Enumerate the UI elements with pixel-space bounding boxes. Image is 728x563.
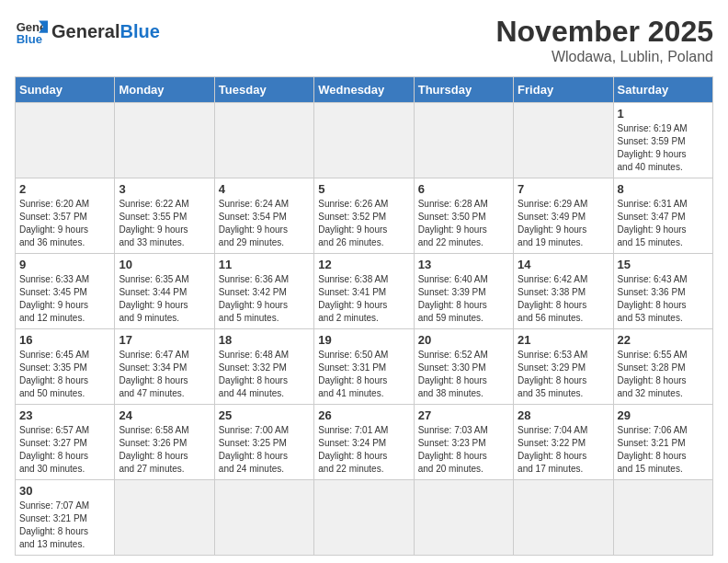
calendar-cell: 12Sunrise: 6:38 AMSunset: 3:41 PMDayligh… [314,254,414,329]
day-info: Sunrise: 6:52 AMSunset: 3:30 PMDaylight:… [418,349,509,400]
day-info: Sunrise: 6:38 AMSunset: 3:41 PMDaylight:… [318,273,409,325]
calendar-cell [514,480,613,556]
day-info: Sunrise: 6:57 AMSunset: 3:27 PMDaylight:… [19,424,110,476]
title-block: November 2025 Wlodawa, Lublin, Poland [495,15,713,65]
day-number: 29 [618,408,709,422]
calendar-cell: 22Sunrise: 6:55 AMSunset: 3:28 PMDayligh… [613,329,712,405]
calendar-cell [314,103,414,178]
generalblue-logo-icon: General Blue [15,15,48,48]
day-info: Sunrise: 6:19 AMSunset: 3:59 PMDaylight:… [618,122,709,174]
calendar-cell [115,480,214,556]
weekday-header-monday: Monday [115,77,214,103]
calendar-cell: 13Sunrise: 6:40 AMSunset: 3:39 PMDayligh… [414,254,513,329]
day-info: Sunrise: 7:01 AMSunset: 3:24 PMDaylight:… [318,424,409,476]
day-number: 28 [518,408,609,422]
weekday-header-thursday: Thursday [414,77,513,103]
day-number: 15 [618,258,709,271]
weekday-header-wednesday: Wednesday [314,77,414,103]
calendar-cell: 6Sunrise: 6:28 AMSunset: 3:50 PMDaylight… [414,178,513,254]
day-info: Sunrise: 6:48 AMSunset: 3:32 PMDaylight:… [219,349,310,400]
weekday-header-tuesday: Tuesday [214,77,313,103]
calendar-cell: 29Sunrise: 7:06 AMSunset: 3:21 PMDayligh… [613,405,712,480]
day-number: 4 [219,182,310,196]
day-number: 14 [518,258,609,271]
day-info: Sunrise: 6:42 AMSunset: 3:38 PMDaylight:… [518,273,609,325]
day-number: 13 [418,258,509,271]
calendar-cell: 8Sunrise: 6:31 AMSunset: 3:47 PMDaylight… [613,178,712,254]
calendar-cell: 5Sunrise: 6:26 AMSunset: 3:52 PMDaylight… [314,178,414,254]
calendar-cell: 24Sunrise: 6:58 AMSunset: 3:26 PMDayligh… [115,405,214,480]
day-number: 3 [119,182,210,196]
day-info: Sunrise: 7:06 AMSunset: 3:21 PMDaylight:… [618,424,709,476]
calendar-cell: 21Sunrise: 6:53 AMSunset: 3:29 PMDayligh… [514,329,613,405]
calendar-cell [16,103,115,178]
calendar-cell [613,480,712,556]
calendar-cell: 16Sunrise: 6:45 AMSunset: 3:35 PMDayligh… [16,329,115,405]
day-info: Sunrise: 7:04 AMSunset: 3:22 PMDaylight:… [518,424,609,476]
calendar-cell: 15Sunrise: 6:43 AMSunset: 3:36 PMDayligh… [613,254,712,329]
day-number: 9 [19,258,110,271]
calendar-cell: 25Sunrise: 7:00 AMSunset: 3:25 PMDayligh… [214,405,313,480]
day-info: Sunrise: 6:58 AMSunset: 3:26 PMDaylight:… [119,424,210,476]
calendar-cell [115,103,214,178]
logo-blue-text: Blue [119,21,159,41]
day-info: Sunrise: 6:36 AMSunset: 3:42 PMDaylight:… [219,273,310,325]
day-number: 21 [518,333,609,347]
calendar-table: SundayMondayTuesdayWednesdayThursdayFrid… [15,76,713,556]
weekday-header-saturday: Saturday [613,77,712,103]
day-number: 23 [19,408,110,422]
day-number: 20 [418,333,509,347]
calendar-cell: 1Sunrise: 6:19 AMSunset: 3:59 PMDaylight… [613,103,712,178]
day-number: 8 [618,182,709,196]
calendar-cell [414,480,513,556]
day-info: Sunrise: 6:43 AMSunset: 3:36 PMDaylight:… [618,273,709,325]
day-number: 7 [518,182,609,196]
day-number: 25 [219,408,310,422]
day-info: Sunrise: 7:07 AMSunset: 3:21 PMDaylight:… [19,500,110,551]
calendar-cell: 27Sunrise: 7:03 AMSunset: 3:23 PMDayligh… [414,405,513,480]
day-info: Sunrise: 6:24 AMSunset: 3:54 PMDaylight:… [219,198,310,249]
calendar-cell: 14Sunrise: 6:42 AMSunset: 3:38 PMDayligh… [514,254,613,329]
day-number: 10 [119,258,210,271]
day-info: Sunrise: 6:53 AMSunset: 3:29 PMDaylight:… [518,349,609,400]
logo: General Blue GeneralBlue [15,15,160,48]
day-number: 22 [618,333,709,347]
calendar-cell [414,103,513,178]
calendar-cell: 3Sunrise: 6:22 AMSunset: 3:55 PMDaylight… [115,178,214,254]
day-number: 27 [418,408,509,422]
day-number: 30 [19,484,110,498]
day-number: 24 [119,408,210,422]
calendar-cell: 2Sunrise: 6:20 AMSunset: 3:57 PMDaylight… [16,178,115,254]
calendar-cell: 28Sunrise: 7:04 AMSunset: 3:22 PMDayligh… [514,405,613,480]
calendar-cell: 26Sunrise: 7:01 AMSunset: 3:24 PMDayligh… [314,405,414,480]
calendar-cell [514,103,613,178]
day-info: Sunrise: 6:55 AMSunset: 3:28 PMDaylight:… [618,349,709,400]
calendar-cell: 11Sunrise: 6:36 AMSunset: 3:42 PMDayligh… [214,254,313,329]
calendar-cell: 9Sunrise: 6:33 AMSunset: 3:45 PMDaylight… [16,254,115,329]
day-info: Sunrise: 6:47 AMSunset: 3:34 PMDaylight:… [119,349,210,400]
calendar-cell: 10Sunrise: 6:35 AMSunset: 3:44 PMDayligh… [115,254,214,329]
day-info: Sunrise: 6:33 AMSunset: 3:45 PMDaylight:… [19,273,110,325]
logo-general-text: General [51,21,119,41]
day-info: Sunrise: 7:03 AMSunset: 3:23 PMDaylight:… [418,424,509,476]
calendar-cell: 17Sunrise: 6:47 AMSunset: 3:34 PMDayligh… [115,329,214,405]
day-number: 11 [219,258,310,271]
day-info: Sunrise: 6:22 AMSunset: 3:55 PMDaylight:… [119,198,210,249]
day-number: 6 [418,182,509,196]
calendar-cell: 7Sunrise: 6:29 AMSunset: 3:49 PMDaylight… [514,178,613,254]
calendar-cell: 19Sunrise: 6:50 AMSunset: 3:31 PMDayligh… [314,329,414,405]
svg-text:Blue: Blue [17,32,42,46]
day-number: 1 [618,107,709,121]
calendar-cell [214,480,313,556]
day-info: Sunrise: 6:40 AMSunset: 3:39 PMDaylight:… [418,273,509,325]
day-info: Sunrise: 6:26 AMSunset: 3:52 PMDaylight:… [318,198,409,249]
calendar-cell: 30Sunrise: 7:07 AMSunset: 3:21 PMDayligh… [16,480,115,556]
day-info: Sunrise: 6:35 AMSunset: 3:44 PMDaylight:… [119,273,210,325]
weekday-header-sunday: Sunday [16,77,115,103]
day-info: Sunrise: 7:00 AMSunset: 3:25 PMDaylight:… [219,424,310,476]
day-number: 12 [318,258,409,271]
day-number: 2 [19,182,110,196]
day-number: 19 [318,333,409,347]
day-info: Sunrise: 6:20 AMSunset: 3:57 PMDaylight:… [19,198,110,249]
month-title: November 2025 [495,15,713,49]
